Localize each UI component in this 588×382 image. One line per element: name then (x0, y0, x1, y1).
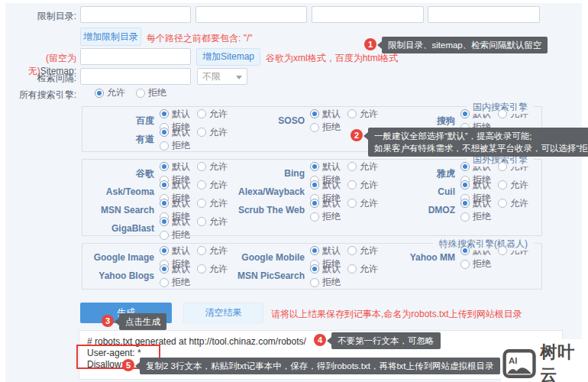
radio-option[interactable]: 允许 (197, 215, 228, 228)
radio-option[interactable]: 默认 (160, 263, 190, 276)
radio-label: 拒绝 (148, 86, 166, 99)
radio-dot-icon (160, 128, 169, 137)
engine-label: Yahoo Blogs (86, 270, 154, 281)
radio-option[interactable]: 默认 (310, 244, 341, 257)
radio-dot-icon (160, 199, 169, 208)
radio-option[interactable]: 默认 (310, 263, 341, 276)
restrict-dir-input-3[interactable] (312, 6, 424, 23)
add-sitemap-button[interactable]: 增加Sitemap (196, 48, 260, 66)
save-instruction-hint: 请将以上结果保存到记事本,命名为robots.txt上传到网站根目录 (271, 308, 522, 321)
radio-option[interactable]: 默认 (160, 126, 190, 139)
radio-option[interactable]: 允许 (347, 197, 378, 210)
radio-dot-icon (460, 180, 470, 189)
radio-label: 默认 (172, 215, 190, 228)
radio-dot-icon (160, 109, 169, 118)
radio-label: 允许 (360, 160, 378, 173)
radio-option[interactable]: 拒绝 (310, 276, 341, 289)
radio-option[interactable]: 允许 (197, 126, 228, 139)
radio-option[interactable]: 默认 (310, 179, 341, 192)
radio-option[interactable]: 拒绝 (160, 228, 190, 241)
radio-dot-icon (347, 246, 357, 255)
radio-option[interactable]: 允许 (498, 197, 528, 210)
radio-label: 默认 (322, 244, 341, 257)
engine-radio-group: 默认允许拒绝 (460, 197, 538, 224)
radio-option[interactable]: 默认 (310, 108, 341, 121)
radio-option[interactable]: 允许 (197, 160, 228, 173)
chevron-down-icon (236, 76, 242, 83)
radio-label: 默认 (322, 160, 341, 173)
badge-1: 1 (364, 38, 376, 50)
radio-dot-icon (160, 278, 169, 287)
radio-label: 允许 (209, 160, 228, 173)
radio-option[interactable]: 默认 (160, 197, 190, 210)
engine-label: 雅虎 (386, 167, 455, 180)
sitemap-input[interactable] (80, 48, 191, 65)
interval-select[interactable]: 不限 (197, 68, 247, 85)
radio-option[interactable]: 允许 (347, 179, 378, 192)
radio-option[interactable]: 默认 (160, 108, 190, 121)
ai-photo-icon: AI (502, 346, 536, 381)
annotation-2: 2一般建议全部选择“默认”，提高收录可能;如果客户有特殊需求，不想被某平台收录，… (351, 129, 588, 157)
add-restrict-dir-button[interactable]: 增加限制目录 (80, 28, 141, 46)
radio-label: 默认 (172, 160, 190, 173)
radio-option[interactable]: 允许 (347, 108, 378, 121)
interval-input[interactable] (80, 68, 191, 85)
radio-option[interactable]: 默认 (160, 160, 190, 173)
radio-label: 拒绝 (172, 276, 190, 289)
radio-option[interactable]: 默认 (460, 197, 491, 210)
radio-dot-icon (347, 199, 357, 208)
engine-label: MSN PicSearch (236, 270, 305, 281)
restrict-dir-input-1[interactable] (80, 6, 191, 23)
radio-option[interactable]: 拒绝 (160, 139, 190, 152)
engine-row-empty (236, 222, 386, 235)
radio-option[interactable]: 默认 (160, 215, 190, 228)
radio-option[interactable]: 默认 (310, 160, 341, 173)
radio-option[interactable]: 允许 (347, 244, 378, 257)
engine-row: Yahoo MM默认允许拒绝 (386, 251, 538, 264)
tooltip-4: 不要第一行文本，可忽略 (331, 332, 441, 349)
radio-dot-icon (460, 109, 470, 118)
radio-option[interactable]: 允许 (197, 244, 228, 257)
radio-dot-icon (197, 199, 206, 208)
radio-label: 默认 (473, 197, 491, 210)
radio-option[interactable]: 默认 (160, 179, 190, 192)
radio-label: 允许 (360, 179, 378, 192)
engine-label: Google Image (86, 252, 154, 263)
radio-option[interactable]: 拒绝 (136, 86, 166, 99)
engine-radio-group: 默认允许拒绝 (310, 263, 386, 290)
restrict-dir-input-4[interactable] (428, 6, 540, 23)
radio-dot-icon (197, 128, 206, 137)
engine-row-empty (386, 269, 538, 283)
radio-option[interactable]: 允许 (197, 108, 228, 121)
radio-option[interactable]: 默认 (310, 197, 341, 210)
engine-row: 有道默认允许拒绝 (86, 132, 236, 146)
engine-label: Bing (236, 168, 305, 179)
radio-option[interactable]: 允许 (347, 263, 378, 276)
radio-option[interactable]: 允许 (197, 263, 228, 276)
badge-5: 5 (122, 359, 134, 371)
engine-label: Alexa/Wayback (236, 186, 305, 197)
engine-label: GigaBlast (86, 223, 154, 234)
restrict-dir-input-2[interactable] (195, 6, 307, 23)
radio-label: 默认 (322, 263, 341, 276)
radio-option[interactable]: 允许 (498, 179, 528, 192)
radio-option[interactable]: 拒绝 (160, 276, 190, 289)
radio-dot-icon (310, 212, 319, 222)
radio-dot-icon (460, 212, 470, 222)
engine-grid: 谷歌默认允许拒绝Bing默认允许拒绝雅虎默认允许拒绝Ask/Teoma默认允许拒… (82, 160, 541, 235)
radio-option[interactable]: 允许 (95, 86, 125, 99)
engine-label: 搜狗 (386, 115, 455, 128)
radio-dot-icon (160, 264, 169, 274)
radio-option[interactable]: 允许 (347, 160, 378, 173)
radio-option[interactable]: 允许 (197, 179, 228, 192)
radio-label: 默认 (172, 108, 190, 121)
radio-dot-icon (347, 264, 357, 274)
radio-option[interactable]: 默认 (460, 179, 491, 192)
radio-option[interactable]: 默认 (160, 244, 190, 257)
radio-option[interactable]: 允许 (197, 197, 228, 210)
engine-label: Scrub The Web (236, 205, 305, 215)
radio-label: 允许 (510, 179, 528, 192)
sitemap-hint: 谷歌为xml格式，百度为html格式 (266, 52, 398, 65)
clear-result-button[interactable]: 清空结果 (183, 303, 263, 323)
radio-dot-icon (460, 162, 470, 171)
